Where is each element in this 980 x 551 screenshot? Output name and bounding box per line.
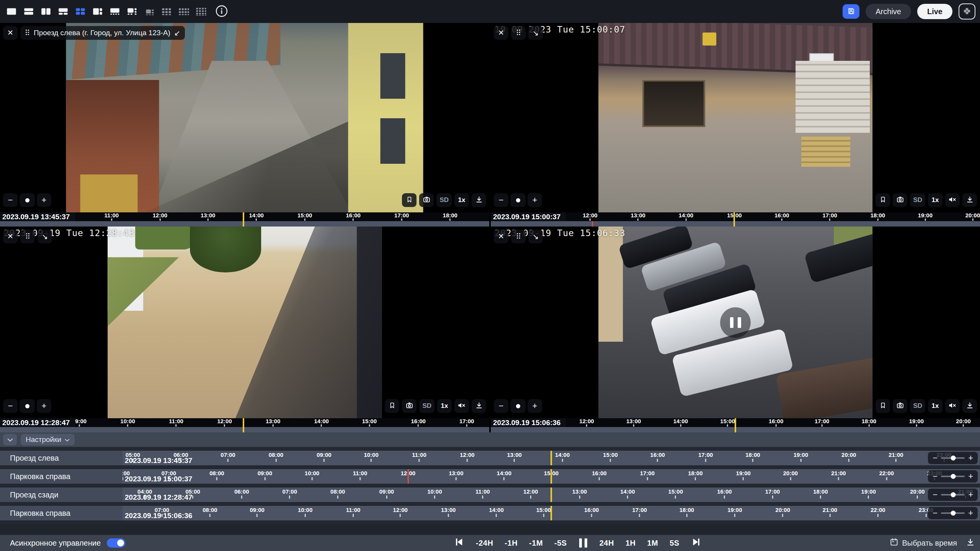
camera-expand-button[interactable]: ↘ (528, 230, 543, 243)
camera-close-button[interactable] (3, 26, 18, 40)
layout-1-top-4-bottom-button[interactable] (108, 6, 122, 17)
timeline-scrollbar[interactable] (0, 427, 489, 432)
bookmark-button[interactable] (402, 193, 416, 207)
camera-list-item[interactable]: Парковка справа (0, 469, 122, 484)
bookmark-button[interactable] (875, 193, 890, 207)
step-forward-button-1M[interactable]: 1M (647, 539, 658, 548)
skip-to-start-button[interactable] (454, 537, 464, 549)
step-forward-button-24H[interactable]: 24H (599, 539, 614, 548)
camera-timeline-row[interactable]: 05:0006:0007:0008:0009:0010:0011:0012:00… (122, 451, 980, 465)
camera-video-2[interactable]: 19 09 2023 Tue 15:00:07 ↘ − + SD 1x (491, 23, 980, 212)
timeline-playhead[interactable] (735, 418, 736, 432)
camera-timeline[interactable]: 11:0012:0013:0014:0015:0016:0017:0018:00… (491, 212, 980, 221)
camera-drag-handle[interactable] (511, 230, 526, 243)
timeline-playhead[interactable] (733, 212, 735, 227)
step-forward-button-5S[interactable]: 5S (670, 539, 679, 548)
quality-button[interactable]: SD (910, 193, 925, 207)
export-download-button[interactable] (966, 538, 975, 548)
camera-list-item[interactable]: Проезд слева (0, 451, 122, 465)
playback-speed-button[interactable]: 1x (454, 193, 469, 207)
zoom-out-button[interactable]: − (494, 399, 508, 413)
select-time-button[interactable]: Выбрать время (890, 538, 957, 548)
camera-video-3[interactable]: 2023-09-19 Tue 12:28:43 ↘ − + SD 1x (0, 227, 489, 418)
zoom-in-button[interactable]: + (968, 472, 973, 481)
timeline-playhead[interactable] (243, 212, 244, 227)
quality-button[interactable]: SD (436, 193, 452, 207)
zoom-in-button[interactable]: + (968, 509, 973, 517)
step-forward-button-1H[interactable]: 1H (626, 539, 636, 548)
zoom-slider[interactable] (510, 399, 526, 413)
layout-grid-4x4-button[interactable] (194, 6, 208, 17)
snapshot-button[interactable] (893, 193, 907, 207)
camera-title-pill[interactable]: Проезд слева (г. Город, ул. Улица 123-А)… (20, 26, 185, 40)
camera-drag-handle[interactable] (20, 230, 35, 243)
skip-to-end-button[interactable] (691, 537, 701, 549)
zoom-in-button[interactable]: + (528, 399, 542, 413)
camera-video-4[interactable]: 2023-09-19 Tue 15:06:33 ↘ − + SD 1x (491, 227, 980, 418)
zoom-in-button[interactable]: + (528, 193, 542, 207)
timeline-playhead[interactable] (550, 506, 552, 520)
camera-list-item[interactable]: Парковка справа (0, 506, 122, 520)
zoom-in-button[interactable]: + (37, 193, 51, 207)
playback-speed-button[interactable]: 1x (928, 193, 942, 207)
zoom-out-button[interactable]: − (933, 509, 938, 517)
download-button[interactable] (472, 399, 486, 413)
camera-timeline[interactable]: 10:0011:0012:0013:0014:0015:0016:0017:00… (0, 212, 489, 221)
camera-close-button[interactable] (494, 26, 508, 40)
zoom-slider[interactable] (20, 193, 35, 207)
timeline-playhead[interactable] (550, 451, 552, 465)
info-button[interactable] (216, 5, 228, 18)
mute-button[interactable] (945, 399, 960, 413)
timeline-playhead[interactable] (550, 487, 552, 502)
zoom-slider[interactable] (510, 193, 526, 207)
bookmark-button[interactable] (385, 399, 399, 413)
download-button[interactable] (962, 399, 977, 413)
save-layout-button[interactable] (843, 4, 859, 19)
layout-1-plus-5-button[interactable] (125, 6, 139, 17)
zoom-in-button[interactable]: + (37, 399, 51, 413)
async-control-toggle[interactable] (107, 538, 125, 548)
mute-button[interactable] (454, 399, 469, 413)
playback-speed-button[interactable]: 1x (928, 399, 942, 413)
layout-grid-4x3-button[interactable] (177, 6, 191, 17)
bookmark-button[interactable] (875, 399, 890, 413)
layout-2-rows-button[interactable] (22, 6, 36, 17)
layout-1-plus-5-alt-button[interactable] (142, 6, 156, 17)
layout-grid-2x2-button[interactable] (74, 6, 87, 17)
timeline-playhead[interactable] (550, 469, 552, 484)
timeline-playhead[interactable] (243, 418, 244, 432)
zoom-slider[interactable] (941, 457, 965, 459)
snapshot-button[interactable] (893, 399, 907, 413)
camera-timeline-row[interactable]: 07:0008:0009:0010:0011:0012:0013:0014:00… (122, 506, 980, 520)
camera-expand-button[interactable]: ↘ (528, 26, 543, 40)
playback-speed-button[interactable]: 1x (437, 399, 452, 413)
zoom-out-button[interactable]: − (933, 472, 938, 481)
step-back-button-1M[interactable]: -1M (529, 539, 543, 548)
download-button[interactable] (962, 193, 977, 207)
layout-1-top-2-bottom-button[interactable] (56, 6, 70, 17)
snapshot-button[interactable] (419, 193, 434, 207)
quality-button[interactable]: SD (910, 399, 925, 413)
timeline-scrollbar[interactable] (0, 221, 489, 227)
layout-grid-3x3-button[interactable] (160, 6, 173, 17)
collapse-diagonal-arrow-icon[interactable]: ↙ (174, 29, 180, 37)
camera-timeline[interactable]: 09:0010:0011:0012:0013:0014:0015:0016:00… (0, 418, 489, 427)
drag-handle-icon[interactable] (25, 29, 30, 37)
zoom-out-button[interactable]: − (494, 193, 508, 207)
pause-button[interactable] (578, 538, 588, 548)
settings-dropdown-button[interactable]: Настройки (21, 434, 75, 445)
layout-1-left-2-right-button[interactable] (91, 6, 105, 17)
zoom-slider[interactable] (941, 494, 965, 496)
camera-video-1[interactable]: Проезд слева (г. Город, ул. Улица 123-А)… (0, 23, 489, 212)
zoom-out-button[interactable]: − (3, 193, 18, 207)
layout-single-button[interactable] (5, 6, 18, 17)
camera-expand-button[interactable]: ↘ (38, 230, 52, 243)
zoom-out-button[interactable]: − (933, 491, 938, 499)
step-back-button-24H[interactable]: -24H (476, 539, 493, 548)
mute-button[interactable] (945, 193, 960, 207)
layout-2-cols-button[interactable] (39, 6, 53, 17)
camera-drag-handle[interactable] (511, 26, 526, 40)
zoom-slider[interactable] (941, 512, 965, 514)
zoom-in-button[interactable]: + (968, 454, 973, 462)
camera-close-button[interactable] (494, 230, 508, 243)
